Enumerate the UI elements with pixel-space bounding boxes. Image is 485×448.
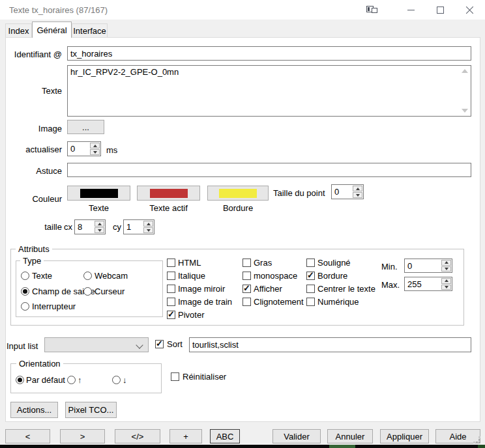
radio-orientation-up[interactable]	[67, 376, 76, 384]
prev-button[interactable]: <	[5, 429, 50, 443]
checkbox-centrer-le-texte-label[interactable]: Centrer le texte	[317, 284, 375, 294]
checkbox-numerique-label[interactable]: Numérique	[317, 297, 359, 307]
min-spin-up-icon[interactable]	[441, 260, 451, 266]
checkbox-gras-label[interactable]: Gras	[254, 258, 272, 268]
radio-curseur[interactable]	[83, 287, 92, 296]
background-window-edge-green	[329, 445, 355, 448]
taille-cx-value[interactable]: 8	[75, 220, 94, 234]
identifiant-input[interactable]: tx_horaires	[67, 46, 471, 61]
scroll-up-icon[interactable]	[462, 69, 468, 73]
checkbox-afficher-label[interactable]: Afficher	[254, 284, 282, 294]
checkbox-image-miroir-label[interactable]: Image miroir	[178, 284, 225, 294]
pixel-tco-button[interactable]: Pixel TCO...	[65, 402, 117, 418]
checkbox-sort-label[interactable]: Sort	[167, 339, 183, 349]
checkbox-image-miroir[interactable]	[167, 285, 175, 293]
checkbox-bordure[interactable]	[306, 272, 315, 280]
checkbox-html[interactable]	[167, 259, 175, 267]
tab-index[interactable]: Index	[5, 23, 32, 38]
input-list-input[interactable]: tourlist,sclist	[189, 337, 471, 352]
radio-interrupteur-label[interactable]: Interrupteur	[32, 301, 76, 311]
tab-interface[interactable]: Interface	[72, 23, 108, 38]
taille-cy-spin-down-icon[interactable]	[143, 227, 153, 233]
checkbox-souligne-label[interactable]: Souligné	[317, 258, 351, 268]
scroll-down-icon[interactable]	[462, 109, 468, 113]
checkbox-italique-label[interactable]: Italique	[178, 271, 205, 281]
appliquer-button[interactable]: Appliquer	[380, 429, 429, 443]
checkbox-afficher[interactable]	[242, 285, 251, 293]
cascade-windows-button[interactable]	[357, 0, 387, 20]
checkbox-clignotement[interactable]	[242, 298, 251, 306]
taille-du-point-spin-down-icon[interactable]	[353, 192, 362, 198]
checkbox-image-de-train-label[interactable]: Image de train	[178, 297, 232, 307]
add-button[interactable]: +	[169, 429, 202, 443]
actualiser-value[interactable]: 0	[68, 142, 89, 156]
actions-button[interactable]: Actions...	[10, 402, 58, 418]
max-spin-down-icon[interactable]	[441, 285, 451, 290]
actualiser-spinner[interactable]: 0	[67, 141, 101, 156]
radio-texte[interactable]	[21, 272, 29, 280]
checkbox-monospace[interactable]	[242, 272, 251, 280]
checkbox-gras[interactable]	[242, 259, 251, 267]
abc-button[interactable]: ABC	[210, 429, 240, 443]
max-spin-up-icon[interactable]	[441, 278, 451, 284]
annuler-button[interactable]: Annuler	[327, 429, 373, 443]
checkbox-image-de-train[interactable]	[167, 298, 175, 306]
radio-webcam[interactable]	[83, 272, 92, 280]
couleur-bordure-button[interactable]	[207, 186, 269, 201]
close-button[interactable]	[455, 0, 484, 20]
radio-texte-label[interactable]: Texte	[32, 271, 52, 281]
input-list-dropdown[interactable]	[44, 337, 149, 352]
couleur-texte-actif-button[interactable]	[137, 186, 200, 201]
actualiser-spin-down-icon[interactable]	[90, 149, 100, 155]
radio-orientation-down[interactable]	[112, 376, 121, 384]
min-value[interactable]: 0	[405, 259, 441, 272]
radio-orientation-down-label[interactable]: ↓	[123, 375, 127, 385]
taille-cx-spin-up-icon[interactable]	[95, 221, 104, 227]
actualiser-spin-up-icon[interactable]	[90, 143, 100, 148]
taille-cx-spinner[interactable]: 8	[74, 219, 106, 234]
texte-textarea[interactable]: hr_IC_RPV2-2_GPE-O_0mn	[67, 65, 471, 117]
radio-webcam-label[interactable]: Webcam	[95, 271, 128, 281]
astuce-input[interactable]	[67, 163, 471, 177]
taille-cy-value[interactable]: 1	[124, 220, 143, 234]
minimize-button[interactable]	[396, 0, 426, 20]
checkbox-numerique[interactable]	[306, 298, 315, 306]
checkbox-reinitialiser-label[interactable]: Réinitialiser	[183, 372, 226, 382]
max-spinner[interactable]: 255	[404, 277, 452, 291]
checkbox-italique[interactable]	[167, 272, 175, 280]
radio-champ-de-saisie[interactable]	[21, 287, 29, 296]
checkbox-html-label[interactable]: HTML	[178, 258, 201, 268]
next-button[interactable]: >	[60, 429, 105, 443]
checkbox-bordure-label[interactable]: Bordure	[317, 271, 347, 281]
checkbox-sort[interactable]	[155, 340, 164, 348]
checkbox-centrer-le-texte[interactable]	[306, 285, 315, 293]
radio-orientation-up-label[interactable]: ↑	[78, 375, 82, 385]
taille-cy-spin-up-icon[interactable]	[143, 221, 153, 227]
radio-curseur-label[interactable]: Curseur	[95, 287, 125, 296]
taille-cx-spin-down-icon[interactable]	[95, 227, 104, 233]
radio-par-defaut[interactable]	[16, 376, 24, 384]
min-spin-down-icon[interactable]	[441, 266, 451, 272]
dialog-texte-tx-horaires: Texte tx_horaires (87/167) Index Général…	[0, 0, 485, 448]
tab-general[interactable]: Général	[32, 21, 72, 38]
code-button[interactable]: </>	[115, 429, 160, 443]
max-value[interactable]: 255	[405, 277, 441, 290]
checkbox-clignotement-label[interactable]: Clignotement	[254, 297, 304, 307]
radio-par-defaut-label[interactable]: Par défaut	[26, 375, 65, 385]
taille-du-point-spinner[interactable]: 0	[331, 184, 364, 199]
checkbox-monospace-label[interactable]: monospace	[254, 271, 297, 281]
resize-grip[interactable]	[473, 436, 475, 438]
radio-interrupteur[interactable]	[21, 302, 29, 311]
valider-button[interactable]: Valider	[272, 429, 321, 443]
checkbox-reinitialiser[interactable]	[171, 372, 179, 381]
maximize-button[interactable]	[426, 0, 455, 20]
checkbox-pivoter[interactable]	[167, 311, 175, 319]
taille-cy-spinner[interactable]: 1	[123, 219, 154, 234]
min-spinner[interactable]: 0	[404, 259, 452, 273]
couleur-texte-button[interactable]	[67, 186, 130, 201]
checkbox-souligne[interactable]	[306, 259, 315, 267]
image-browse-button[interactable]: ...	[67, 120, 104, 134]
taille-du-point-spin-up-icon[interactable]	[353, 186, 362, 191]
taille-du-point-value[interactable]: 0	[332, 185, 352, 199]
checkbox-pivoter-label[interactable]: Pivoter	[178, 310, 204, 320]
